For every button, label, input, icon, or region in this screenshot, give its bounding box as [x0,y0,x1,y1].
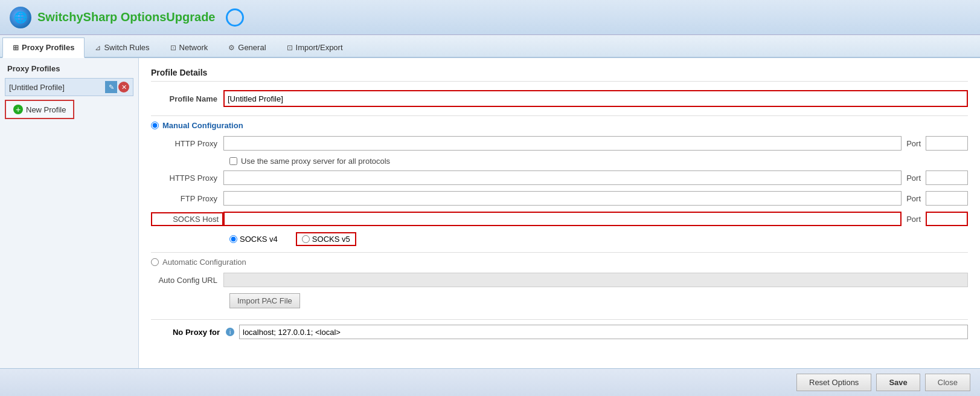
auto-config-radio[interactable] [151,258,159,266]
socks-v4-item: SOCKS v4 [229,235,278,244]
same-proxy-row: Use the same proxy server for all protoc… [151,157,968,166]
profile-item-label: [Untitled Profile] [9,83,104,92]
socks-host-label: SOCKS Host [151,212,223,226]
https-proxy-label: HTTPS Proxy [151,174,223,183]
socks-port-label: Port [902,215,926,224]
tab-network[interactable]: ⊡ Network [160,37,219,57]
tab-import-export[interactable]: ⊡ Import/Export [277,37,353,57]
socks-host-input[interactable] [223,212,902,226]
app-logo: 🌐 [10,7,31,28]
auto-config-header: Automatic Configuration [151,258,968,267]
socks-v4-radio[interactable] [229,235,237,243]
plus-icon: + [13,105,23,114]
main-content: Proxy Profiles [Untitled Profile] ✎ ✕ + … [0,58,980,368]
profile-name-row: Profile Name [151,90,968,107]
http-port-label: Port [902,139,926,148]
https-proxy-input[interactable] [223,170,902,185]
general-icon: ⚙ [228,44,235,52]
switch-rules-icon: ⊿ [95,44,101,52]
import-export-icon: ⊡ [287,44,293,52]
proxy-profiles-icon: ⊞ [13,44,19,52]
ftp-proxy-row: FTP Proxy Port [151,191,968,206]
tab-general[interactable]: ⚙ General [218,37,276,57]
same-proxy-checkbox[interactable] [229,157,237,165]
profile-delete-button[interactable]: ✕ [118,82,129,93]
header-circle-icon [226,8,244,27]
no-proxy-label: No Proxy for [151,328,223,337]
auto-config-url-row: Auto Config URL [151,273,968,287]
info-icon[interactable]: i [226,328,234,336]
network-icon: ⊡ [170,44,176,52]
tab-proxy-profiles[interactable]: ⊞ Proxy Profiles [2,37,85,58]
no-proxy-row: No Proxy for i [151,325,968,339]
same-proxy-label: Use the same proxy server for all protoc… [241,157,390,166]
ftp-proxy-label: FTP Proxy [151,194,223,203]
ftp-port-label: Port [902,194,926,203]
section-title: Profile Details [151,68,968,82]
profile-details-panel: Profile Details Profile Name Manual Conf… [139,58,980,368]
socks-port-input[interactable] [926,212,968,226]
profile-edit-button[interactable]: ✎ [105,81,117,93]
no-proxy-input[interactable] [239,325,968,339]
socks-v5-item: SOCKS v5 [296,232,356,246]
socks-v5-radio[interactable] [302,235,310,243]
profile-name-label: Profile Name [151,94,223,103]
reset-options-button[interactable]: Reset Options [796,374,871,391]
footer: Reset Options Save Close [0,368,980,396]
ftp-port-input[interactable] [926,191,968,206]
sidebar: Proxy Profiles [Untitled Profile] ✎ ✕ + … [0,58,139,368]
socks-v4-label: SOCKS v4 [240,235,278,244]
header: 🌐 SwitchySharp OptionsUpgrade [0,0,980,35]
http-port-input[interactable] [926,136,968,151]
http-proxy-input[interactable] [223,136,902,151]
manual-config-header: Manual Configuration [151,121,968,130]
auto-config-url-input [223,273,968,287]
sidebar-title: Proxy Profiles [5,64,133,73]
manual-config-radio[interactable] [151,122,159,129]
save-button[interactable]: Save [876,374,920,391]
https-proxy-row: HTTPS Proxy Port [151,170,968,185]
tab-switch-rules[interactable]: ⊿ Switch Rules [85,37,159,57]
http-proxy-row: HTTP Proxy Port [151,136,968,151]
profile-item: [Untitled Profile] ✎ ✕ [5,78,133,96]
tab-bar: ⊞ Proxy Profiles ⊿ Switch Rules ⊡ Networ… [0,35,980,58]
socks-v5-label: SOCKS v5 [312,235,350,244]
profile-name-input[interactable] [223,90,968,107]
http-proxy-label: HTTP Proxy [151,139,223,148]
socks-version-row: SOCKS v4 SOCKS v5 [151,232,968,246]
socks-host-row: SOCKS Host Port [151,212,968,226]
https-port-input[interactable] [926,170,968,185]
ftp-proxy-input[interactable] [223,191,902,206]
app-title: SwitchySharp OptionsUpgrade [37,10,215,24]
close-button[interactable]: Close [925,374,970,391]
auto-config-url-label: Auto Config URL [151,276,223,285]
new-profile-button[interactable]: + New Profile [5,100,74,119]
import-pac-button[interactable]: Import PAC File [229,293,300,308]
https-port-label: Port [902,174,926,183]
